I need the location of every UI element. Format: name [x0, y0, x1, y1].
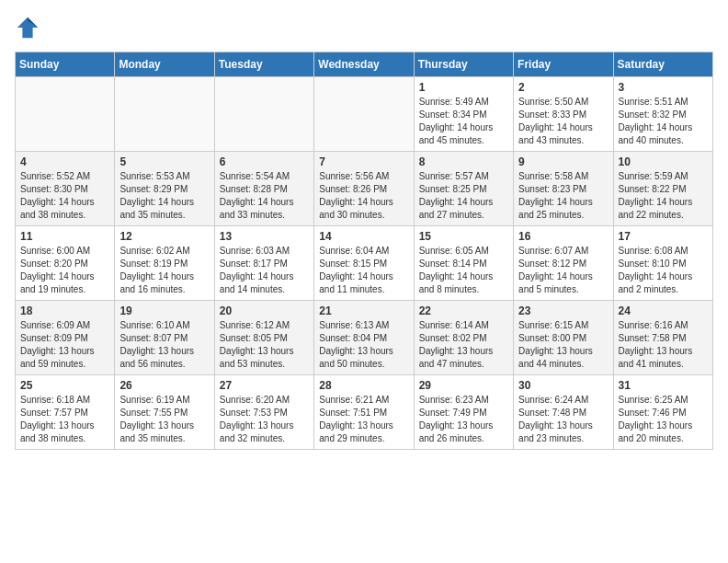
calendar-body: 1Sunrise: 5:49 AM Sunset: 8:34 PM Daylig…	[16, 77, 713, 450]
day-info: Sunrise: 6:02 AM Sunset: 8:19 PM Dayligh…	[119, 245, 209, 296]
calendar-day-cell: 15Sunrise: 6:05 AM Sunset: 8:14 PM Dayli…	[414, 226, 513, 301]
calendar-day-cell: 22Sunrise: 6:14 AM Sunset: 8:02 PM Dayli…	[414, 301, 513, 375]
day-info: Sunrise: 6:18 AM Sunset: 7:57 PM Dayligh…	[20, 394, 109, 445]
calendar-day-cell: 14Sunrise: 6:04 AM Sunset: 8:15 PM Dayli…	[314, 226, 414, 301]
day-info: Sunrise: 5:50 AM Sunset: 8:33 PM Dayligh…	[518, 96, 608, 147]
day-info: Sunrise: 6:09 AM Sunset: 8:09 PM Dayligh…	[20, 319, 109, 371]
day-info: Sunrise: 6:19 AM Sunset: 7:55 PM Dayligh…	[119, 394, 209, 445]
day-number: 29	[419, 379, 508, 392]
day-info: Sunrise: 6:13 AM Sunset: 8:04 PM Dayligh…	[319, 319, 408, 371]
day-info: Sunrise: 6:00 AM Sunset: 8:20 PM Dayligh…	[20, 245, 109, 296]
day-info: Sunrise: 6:24 AM Sunset: 7:48 PM Dayligh…	[518, 394, 608, 445]
day-number: 18	[20, 304, 109, 317]
day-info: Sunrise: 6:04 AM Sunset: 8:15 PM Dayligh…	[319, 245, 408, 296]
day-info: Sunrise: 6:12 AM Sunset: 8:05 PM Dayligh…	[220, 319, 309, 371]
calendar-day-cell: 7Sunrise: 5:56 AM Sunset: 8:26 PM Daylig…	[314, 152, 414, 226]
day-info: Sunrise: 5:59 AM Sunset: 8:22 PM Dayligh…	[619, 170, 708, 222]
calendar-day-cell: 24Sunrise: 6:16 AM Sunset: 7:58 PM Dayli…	[613, 301, 712, 375]
day-of-week-header: Saturday	[613, 52, 712, 77]
day-number: 10	[619, 155, 708, 168]
calendar-day-cell: 8Sunrise: 5:57 AM Sunset: 8:25 PM Daylig…	[414, 152, 513, 226]
day-info: Sunrise: 6:25 AM Sunset: 7:46 PM Dayligh…	[619, 394, 708, 445]
calendar-header-row: SundayMondayTuesdayWednesdayThursdayFrid…	[16, 52, 713, 77]
logo-icon	[15, 15, 40, 40]
day-number: 6	[220, 155, 309, 168]
day-number: 5	[119, 155, 209, 168]
calendar-week-row: 18Sunrise: 6:09 AM Sunset: 8:09 PM Dayli…	[16, 301, 713, 375]
calendar-day-cell: 21Sunrise: 6:13 AM Sunset: 8:04 PM Dayli…	[314, 301, 414, 375]
day-of-week-header: Monday	[115, 52, 214, 77]
day-info: Sunrise: 5:52 AM Sunset: 8:30 PM Dayligh…	[20, 170, 109, 222]
day-info: Sunrise: 6:05 AM Sunset: 8:14 PM Dayligh…	[419, 245, 508, 296]
day-of-week-header: Friday	[514, 52, 613, 77]
calendar-day-cell: 10Sunrise: 5:59 AM Sunset: 8:22 PM Dayli…	[613, 152, 712, 226]
day-number: 30	[518, 379, 608, 392]
calendar-day-cell: 25Sunrise: 6:18 AM Sunset: 7:57 PM Dayli…	[16, 375, 115, 450]
day-number: 28	[319, 379, 408, 392]
calendar-day-cell	[314, 77, 414, 152]
day-of-week-header: Wednesday	[314, 52, 414, 77]
calendar-day-cell: 27Sunrise: 6:20 AM Sunset: 7:53 PM Dayli…	[214, 375, 313, 450]
calendar-day-cell: 19Sunrise: 6:10 AM Sunset: 8:07 PM Dayli…	[115, 301, 214, 375]
day-number: 3	[619, 81, 708, 94]
day-number: 21	[319, 304, 408, 317]
day-info: Sunrise: 5:51 AM Sunset: 8:32 PM Dayligh…	[619, 96, 708, 147]
calendar-week-row: 4Sunrise: 5:52 AM Sunset: 8:30 PM Daylig…	[16, 152, 713, 226]
calendar-day-cell: 9Sunrise: 5:58 AM Sunset: 8:23 PM Daylig…	[514, 152, 613, 226]
calendar-week-row: 25Sunrise: 6:18 AM Sunset: 7:57 PM Dayli…	[16, 375, 713, 450]
calendar-day-cell	[16, 77, 115, 152]
calendar-table: SundayMondayTuesdayWednesdayThursdayFrid…	[15, 52, 713, 450]
day-number: 31	[619, 379, 708, 392]
day-info: Sunrise: 6:10 AM Sunset: 8:07 PM Dayligh…	[119, 319, 209, 371]
day-number: 25	[20, 379, 109, 392]
day-info: Sunrise: 6:08 AM Sunset: 8:10 PM Dayligh…	[619, 245, 708, 296]
day-number: 4	[20, 155, 109, 168]
day-info: Sunrise: 6:07 AM Sunset: 8:12 PM Dayligh…	[518, 245, 608, 296]
calendar-day-cell: 16Sunrise: 6:07 AM Sunset: 8:12 PM Dayli…	[514, 226, 613, 301]
day-number: 13	[220, 230, 309, 243]
day-number: 8	[419, 155, 508, 168]
day-number: 11	[20, 230, 109, 243]
day-number: 14	[319, 230, 408, 243]
day-number: 1	[419, 81, 508, 94]
calendar-day-cell: 23Sunrise: 6:15 AM Sunset: 8:00 PM Dayli…	[514, 301, 613, 375]
calendar-day-cell: 28Sunrise: 6:21 AM Sunset: 7:51 PM Dayli…	[314, 375, 414, 450]
calendar-day-cell: 29Sunrise: 6:23 AM Sunset: 7:49 PM Dayli…	[414, 375, 513, 450]
day-of-week-header: Tuesday	[214, 52, 313, 77]
calendar-day-cell	[115, 77, 214, 152]
day-of-week-header: Sunday	[16, 52, 115, 77]
day-number: 7	[319, 155, 408, 168]
day-info: Sunrise: 6:23 AM Sunset: 7:49 PM Dayligh…	[419, 394, 508, 445]
calendar-day-cell: 4Sunrise: 5:52 AM Sunset: 8:30 PM Daylig…	[16, 152, 115, 226]
day-number: 15	[419, 230, 508, 243]
day-number: 17	[619, 230, 708, 243]
calendar-day-cell: 3Sunrise: 5:51 AM Sunset: 8:32 PM Daylig…	[613, 77, 712, 152]
calendar-day-cell: 1Sunrise: 5:49 AM Sunset: 8:34 PM Daylig…	[414, 77, 513, 152]
day-number: 27	[220, 379, 309, 392]
calendar-day-cell	[214, 77, 313, 152]
day-info: Sunrise: 6:16 AM Sunset: 7:58 PM Dayligh…	[619, 319, 708, 371]
day-info: Sunrise: 5:56 AM Sunset: 8:26 PM Dayligh…	[319, 170, 408, 222]
day-number: 12	[119, 230, 209, 243]
page-header	[15, 15, 713, 40]
day-info: Sunrise: 6:21 AM Sunset: 7:51 PM Dayligh…	[319, 394, 408, 445]
day-number: 19	[119, 304, 209, 317]
calendar-day-cell: 5Sunrise: 5:53 AM Sunset: 8:29 PM Daylig…	[115, 152, 214, 226]
calendar-day-cell: 18Sunrise: 6:09 AM Sunset: 8:09 PM Dayli…	[16, 301, 115, 375]
calendar-day-cell: 30Sunrise: 6:24 AM Sunset: 7:48 PM Dayli…	[514, 375, 613, 450]
day-info: Sunrise: 5:53 AM Sunset: 8:29 PM Dayligh…	[119, 170, 209, 222]
logo	[15, 15, 44, 40]
calendar-week-row: 11Sunrise: 6:00 AM Sunset: 8:20 PM Dayli…	[16, 226, 713, 301]
calendar-day-cell: 2Sunrise: 5:50 AM Sunset: 8:33 PM Daylig…	[514, 77, 613, 152]
day-info: Sunrise: 5:49 AM Sunset: 8:34 PM Dayligh…	[419, 96, 508, 147]
day-number: 26	[119, 379, 209, 392]
day-info: Sunrise: 6:20 AM Sunset: 7:53 PM Dayligh…	[220, 394, 309, 445]
calendar-day-cell: 12Sunrise: 6:02 AM Sunset: 8:19 PM Dayli…	[115, 226, 214, 301]
calendar-day-cell: 13Sunrise: 6:03 AM Sunset: 8:17 PM Dayli…	[214, 226, 313, 301]
calendar-day-cell: 17Sunrise: 6:08 AM Sunset: 8:10 PM Dayli…	[613, 226, 712, 301]
day-number: 9	[518, 155, 608, 168]
day-of-week-header: Thursday	[414, 52, 513, 77]
day-number: 22	[419, 304, 508, 317]
day-info: Sunrise: 6:14 AM Sunset: 8:02 PM Dayligh…	[419, 319, 508, 371]
calendar-week-row: 1Sunrise: 5:49 AM Sunset: 8:34 PM Daylig…	[16, 77, 713, 152]
